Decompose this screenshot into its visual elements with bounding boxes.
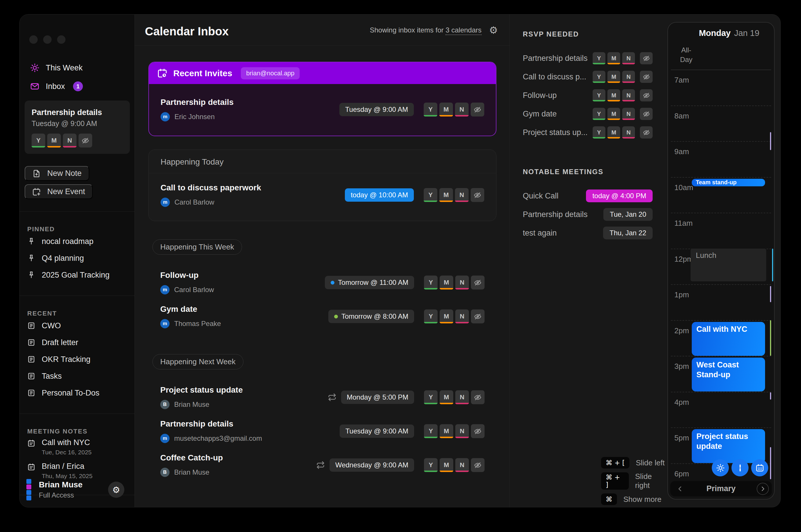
rsvp-maybe-button[interactable]: M: [607, 89, 620, 101]
rsvp-yes-button[interactable]: Y: [593, 89, 605, 101]
rsvp-yes-button[interactable]: Y: [32, 134, 45, 148]
rsvp-needed-row[interactable]: Follow-upYMN: [523, 86, 653, 104]
rsvp-no-button[interactable]: N: [455, 276, 469, 289]
calendar-event-call-with-nyc[interactable]: Call with NYC: [692, 322, 765, 356]
jump-to-today-button[interactable]: [712, 459, 729, 476]
rsvp-needed-row[interactable]: Project status up...YMN: [523, 123, 653, 142]
next-calendar-button[interactable]: [757, 483, 769, 495]
rsvp-maybe-button[interactable]: M: [439, 188, 453, 202]
rsvp-maybe-button[interactable]: M: [440, 276, 453, 289]
calendar-event-west-coast-stand-up[interactable]: West Coast Stand-up: [692, 358, 765, 392]
sidebar-item-cwo[interactable]: CWO: [20, 317, 134, 334]
inbox-event-row[interactable]: Follow-upmCarol BarlowTomorrow @ 11:00 A…: [160, 267, 484, 298]
rsvp-yes-button[interactable]: Y: [424, 276, 438, 289]
sidebar-item-this-week[interactable]: This Week: [23, 59, 132, 76]
sidebar-item-draft-letter[interactable]: Draft letter: [20, 334, 134, 351]
zoom-window-button[interactable]: [57, 35, 65, 44]
settings-button[interactable]: ⚙: [108, 481, 124, 498]
hide-event-button[interactable]: [78, 134, 92, 148]
open-calendar-button[interactable]: [751, 459, 768, 476]
rsvp-no-button[interactable]: N: [622, 126, 635, 138]
hide-event-button[interactable]: [471, 424, 484, 438]
rsvp-yes-button[interactable]: Y: [593, 108, 605, 120]
rsvp-maybe-button[interactable]: M: [607, 108, 620, 120]
rsvp-no-button[interactable]: N: [63, 134, 77, 148]
rsvp-maybe-button[interactable]: M: [439, 102, 453, 116]
inbox-settings-button[interactable]: ⚙: [489, 24, 498, 36]
hide-event-button[interactable]: [471, 390, 484, 404]
rsvp-yes-button[interactable]: Y: [593, 126, 605, 138]
rsvp-yes-button[interactable]: Y: [593, 71, 605, 83]
close-window-button[interactable]: [29, 35, 38, 44]
inbox-event-row[interactable]: Gym datemThomas PeakeTomorrow @ 8:00 AMY…: [160, 301, 484, 331]
sidebar-item-nocal-roadmap[interactable]: nocal roadmap: [20, 233, 134, 250]
rsvp-no-button[interactable]: N: [455, 102, 469, 116]
rsvp-no-button[interactable]: N: [455, 424, 469, 438]
rsvp-yes-button[interactable]: Y: [424, 458, 438, 472]
chevron-left-icon[interactable]: [677, 486, 684, 492]
rsvp-yes-button[interactable]: Y: [593, 52, 605, 64]
rsvp-no-button[interactable]: N: [455, 188, 469, 202]
minimize-window-button[interactable]: [43, 35, 52, 44]
notable-meeting-row[interactable]: test againThu, Jan 22: [523, 224, 653, 242]
rsvp-yes-button[interactable]: Y: [424, 424, 438, 438]
calendar-event-project-status-update[interactable]: Project status update: [692, 429, 765, 463]
hide-event-button[interactable]: [640, 108, 653, 120]
hide-event-button[interactable]: [471, 309, 484, 323]
hide-event-button[interactable]: [640, 52, 653, 64]
notable-meeting-row[interactable]: Quick Calltoday @ 4:00 PM: [523, 187, 653, 205]
rsvp-yes-button[interactable]: Y: [424, 188, 437, 202]
calendar-count-link[interactable]: 3 calendars: [445, 26, 481, 35]
rsvp-no-button[interactable]: N: [455, 458, 469, 472]
hide-event-button[interactable]: [471, 188, 484, 202]
new-note-button[interactable]: New Note: [25, 166, 89, 181]
rsvp-maybe-button[interactable]: M: [440, 424, 453, 438]
hide-event-button[interactable]: [471, 276, 484, 289]
rsvp-no-button[interactable]: N: [455, 309, 469, 323]
sidebar-item-okr-tracking[interactable]: OKR Tracking: [20, 351, 134, 368]
rsvp-maybe-button[interactable]: M: [440, 458, 453, 472]
hide-event-button[interactable]: [471, 458, 484, 472]
inbox-event-row[interactable]: Partnership detailsmmusetechapps3@gmail.…: [160, 416, 484, 446]
rsvp-maybe-button[interactable]: M: [607, 71, 620, 83]
hide-event-button[interactable]: [640, 89, 653, 101]
user-account-row[interactable]: Brian Muse Full Access ⚙: [20, 476, 134, 503]
rsvp-maybe-button[interactable]: M: [47, 134, 61, 148]
invite-item[interactable]: Partnership detailsmEric JohnsenTuesday …: [149, 84, 496, 136]
rsvp-no-button[interactable]: N: [622, 71, 635, 83]
rsvp-no-button[interactable]: N: [622, 89, 635, 101]
notable-meeting-row[interactable]: Partnership detailsTue, Jan 20: [523, 205, 653, 224]
rsvp-maybe-button[interactable]: M: [440, 390, 453, 404]
inbox-event-row[interactable]: Call to discuss paperworkmCarol Barlowto…: [160, 176, 484, 214]
new-event-button[interactable]: New Event: [25, 184, 93, 199]
rsvp-needed-row[interactable]: Partnership detailsYMN: [523, 49, 653, 68]
sidebar-item-inbox[interactable]: Inbox1: [23, 78, 132, 95]
rsvp-no-button[interactable]: N: [455, 390, 469, 404]
rsvp-maybe-button[interactable]: M: [607, 126, 620, 138]
rsvp-needed-row[interactable]: Gym dateYMN: [523, 104, 653, 123]
inbox-preview-card[interactable]: Partnership detailsTuesday @ 9:00 AMYMN: [25, 100, 130, 154]
calendar-event-lunch[interactable]: Lunch: [691, 249, 766, 282]
hide-event-button[interactable]: [640, 71, 653, 83]
sidebar-item-tasks[interactable]: Tasks: [20, 368, 134, 384]
rsvp-no-button[interactable]: N: [622, 52, 635, 64]
scroll-to-now-button[interactable]: [731, 459, 748, 476]
inbox-event-row[interactable]: Coffee Catch-upBBrian MuseWednesday @ 9:…: [160, 450, 484, 480]
rsvp-yes-button[interactable]: Y: [424, 102, 437, 116]
rsvp-maybe-button[interactable]: M: [607, 52, 620, 64]
rsvp-yes-button[interactable]: Y: [424, 309, 438, 323]
calendar-event-team-stand-up[interactable]: Team stand-up: [692, 179, 765, 186]
rsvp-yes-button[interactable]: Y: [424, 390, 438, 404]
sidebar-item-2025-goal-tracking[interactable]: 2025 Goal Tracking: [20, 267, 134, 283]
hide-event-button[interactable]: [471, 102, 484, 116]
rsvp-needed-row[interactable]: Call to discuss p...YMN: [523, 68, 653, 86]
sidebar-item-call-with-nyc[interactable]: Call with NYCTue, Dec 16, 2025: [20, 435, 134, 459]
rsvp-button-group: YMN: [593, 108, 653, 120]
sidebar-item-personal-to-dos[interactable]: Personal To-Dos: [20, 384, 134, 401]
rsvp-no-button[interactable]: N: [622, 108, 635, 120]
rsvp-maybe-button[interactable]: M: [440, 309, 453, 323]
hour-label: 5pm: [674, 434, 689, 442]
inbox-event-row[interactable]: Project status updateBBrian MuseMonday @…: [160, 382, 484, 412]
sidebar-item-q4-planning[interactable]: Q4 planning: [20, 250, 134, 267]
hide-event-button[interactable]: [640, 126, 653, 138]
